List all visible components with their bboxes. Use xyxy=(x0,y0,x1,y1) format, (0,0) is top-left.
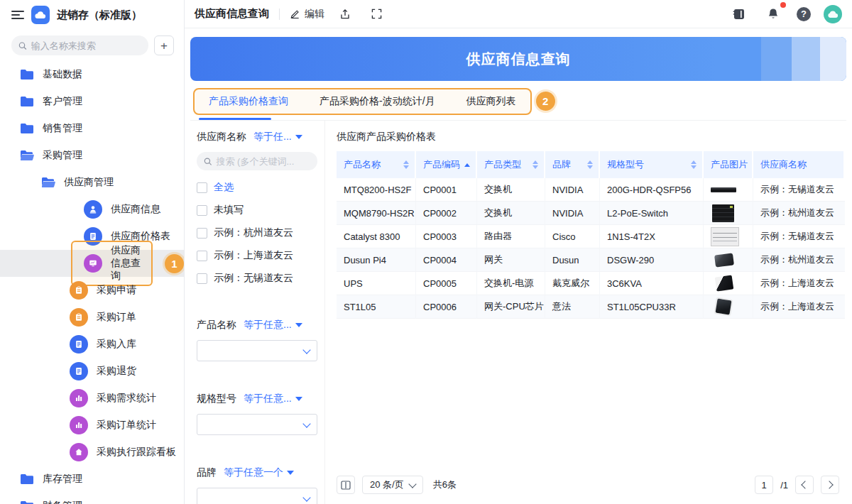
sidebar-item-purchase-request[interactable]: 采购申请 xyxy=(0,277,184,304)
checkbox[interactable] xyxy=(197,251,207,261)
page-size-select[interactable]: 20 条/页 xyxy=(362,476,423,494)
spec-select[interactable] xyxy=(197,414,317,435)
fullscreen-button[interactable] xyxy=(366,4,387,24)
sidebar-item-purchase-demand-stats[interactable]: 采购需求统计 xyxy=(0,385,184,412)
checkbox[interactable] xyxy=(197,205,207,216)
tab-product-purchase-price-query[interactable]: 产品采购价格查询 xyxy=(209,95,288,108)
sidebar-item-label: 库存管理 xyxy=(43,473,82,486)
operator-dropdown[interactable]: 等于任意一个 xyxy=(224,466,294,479)
add-button[interactable]: + xyxy=(154,35,174,55)
table-layout-button[interactable] xyxy=(337,476,355,494)
column-header-product-type[interactable]: 产品类型 xyxy=(477,151,545,178)
sidebar-search[interactable] xyxy=(11,35,148,55)
checkbox-supplier-wuxi[interactable]: 示例：无锡道友云 xyxy=(197,272,317,285)
sort-icons-asc[interactable] xyxy=(460,163,470,167)
sidebar-header: 进销存（标准版） xyxy=(0,0,184,28)
cell-spec: 3C6KVA xyxy=(600,272,704,295)
notebook-panel-button[interactable] xyxy=(728,4,750,24)
sort-icons[interactable] xyxy=(687,160,697,169)
sidebar-item-purchase-order[interactable]: 采购订单 xyxy=(0,304,184,331)
edit-button[interactable]: 编辑 xyxy=(290,8,324,21)
product-image-thumbnail[interactable] xyxy=(711,204,739,223)
operator-dropdown[interactable]: 等于任意... xyxy=(244,393,302,405)
cell-product-name: UPS xyxy=(337,272,416,295)
product-name-select[interactable] xyxy=(197,340,317,361)
product-image-thumbnail[interactable] xyxy=(711,274,739,293)
cell-product-name: Dusun Pi4 xyxy=(337,248,416,272)
next-page-button[interactable] xyxy=(821,476,839,494)
avatar[interactable] xyxy=(824,5,842,23)
current-page-input[interactable]: 1 xyxy=(755,476,773,494)
sidebar-item-supplier-info[interactable]: 供应商信息 xyxy=(0,196,184,223)
topbar-right: ? xyxy=(728,4,842,24)
checkbox-select-all[interactable]: 全选 xyxy=(197,181,317,194)
tab-price-fluctuation-monthly[interactable]: 产品采购价格-波动统计/月 xyxy=(320,95,435,108)
sidebar: 进销存（标准版） + 基础数据 客户管理 销售管理 xyxy=(0,0,185,504)
notifications-button[interactable] xyxy=(763,4,784,24)
cell-product-type: 交换机-电源 xyxy=(477,272,545,295)
search-icon xyxy=(204,157,212,166)
cell-supplier-name: 示例：杭州道友云 xyxy=(753,202,845,225)
cell-product-name: ST1L05 xyxy=(337,295,416,319)
table-title: 供应商产品采购价格表 xyxy=(337,131,845,143)
cell-spec: 200G-HDR-QSFP56 xyxy=(600,178,704,202)
tab-supplier-list[interactable]: 供应商列表 xyxy=(466,95,516,108)
sidebar-item-purchase-inbound[interactable]: 采购入库 xyxy=(0,331,184,358)
sidebar-item-purchase-mgmt[interactable]: 采购管理 xyxy=(0,142,184,169)
help-button[interactable]: ? xyxy=(797,7,811,21)
filter-panel: 供应商名称 等于任... 全选 未填写 示例：杭州道友云 xyxy=(190,121,325,504)
column-header-product-name[interactable]: 产品名称 xyxy=(337,151,416,178)
cell-product-type: 交换机 xyxy=(477,178,545,202)
sidebar-item-purchase-return[interactable]: 采购退货 xyxy=(0,358,184,385)
bell-icon xyxy=(768,8,779,20)
sidebar-search-input[interactable] xyxy=(31,40,141,51)
operator-dropdown[interactable]: 等于任意... xyxy=(244,319,302,332)
sort-icons[interactable] xyxy=(528,160,538,169)
column-header-product-code[interactable]: 产品编码 xyxy=(416,151,477,178)
product-image-thumbnail[interactable] xyxy=(711,297,739,317)
checkbox-not-filled[interactable]: 未填写 xyxy=(197,204,317,217)
sidebar-item-purchase-tracking-board[interactable]: 采购执行跟踪看板 xyxy=(0,439,184,466)
supplier-search-input[interactable] xyxy=(216,156,310,167)
sidebar-item-sales-mgmt[interactable]: 销售管理 xyxy=(0,115,184,142)
clipboard-icon xyxy=(70,281,88,300)
app-logo xyxy=(31,6,50,24)
sort-icons[interactable] xyxy=(583,160,593,169)
sort-icons[interactable] xyxy=(399,160,409,169)
cell-spec: 1N1S-4T2X xyxy=(600,225,704,248)
checkbox-supplier-shanghai[interactable]: 示例：上海道友云 xyxy=(197,249,317,262)
column-header-brand[interactable]: 品牌 xyxy=(545,151,600,178)
cell-product-code: CP0003 xyxy=(416,225,477,248)
checkbox[interactable] xyxy=(197,273,207,284)
product-image-thumbnail[interactable] xyxy=(711,180,739,199)
sidebar-item-inventory-mgmt[interactable]: 库存管理 xyxy=(0,466,184,493)
total-count: 共6条 xyxy=(433,478,457,491)
sidebar-item-supplier-info-query[interactable]: 供应商信息查询 1 xyxy=(0,250,184,277)
sidebar-item-label: 采购申请 xyxy=(97,284,136,297)
share-button[interactable] xyxy=(334,4,356,24)
brand-select[interactable] xyxy=(197,488,317,504)
product-image-thumbnail[interactable] xyxy=(711,227,739,246)
sidebar-item-finance-mgmt[interactable]: 财务管理 xyxy=(0,493,184,504)
sidebar-item-customer-mgmt[interactable]: 客户管理 xyxy=(0,88,184,115)
filter-label: 品牌 xyxy=(197,466,217,479)
bar-chart-icon xyxy=(70,389,88,407)
operator-dropdown[interactable]: 等于任... xyxy=(253,131,302,143)
home-icon xyxy=(70,443,88,461)
caret-down-icon xyxy=(287,471,294,475)
product-image-thumbnail[interactable] xyxy=(711,251,739,270)
checkbox[interactable] xyxy=(197,228,207,239)
expand-icon xyxy=(371,9,382,19)
sidebar-item-purchase-order-stats[interactable]: 采购订单统计 xyxy=(0,412,184,439)
chevron-down-icon xyxy=(302,420,310,427)
menu-toggle-icon[interactable] xyxy=(11,11,24,19)
checkbox-supplier-hangzhou[interactable]: 示例：杭州道友云 xyxy=(197,226,317,239)
sidebar-item-supplier-mgmt[interactable]: 供应商管理 xyxy=(0,169,184,196)
cell-product-image xyxy=(704,295,753,319)
supplier-filter-search[interactable] xyxy=(197,152,317,170)
column-header-spec[interactable]: 规格型号 xyxy=(600,151,704,178)
prev-page-button[interactable] xyxy=(795,476,814,494)
sidebar-item-basic-data[interactable]: 基础数据 xyxy=(0,61,184,88)
checkbox[interactable] xyxy=(197,182,207,193)
cell-brand: Cisco xyxy=(545,225,600,248)
